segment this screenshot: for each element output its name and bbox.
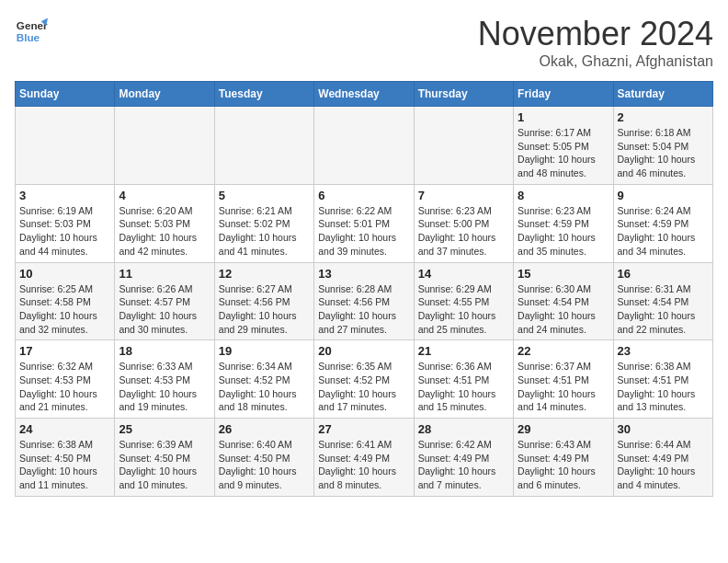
calendar-cell: 22Sunrise: 6:37 AM Sunset: 4:51 PM Dayli…	[514, 340, 613, 419]
calendar-table: SundayMondayTuesdayWednesdayThursdayFrid…	[15, 81, 713, 497]
day-info: Sunrise: 6:39 AM Sunset: 4:50 PM Dayligh…	[119, 438, 210, 492]
day-info: Sunrise: 6:41 AM Sunset: 4:49 PM Dayligh…	[318, 438, 409, 492]
day-number: 2	[618, 110, 709, 124]
page-header: General Blue November 2024 Okak, Ghazni,…	[15, 15, 713, 70]
day-info: Sunrise: 6:38 AM Sunset: 4:50 PM Dayligh…	[19, 438, 110, 492]
weekday-header-sunday: Sunday	[16, 82, 115, 107]
calendar-cell: 18Sunrise: 6:33 AM Sunset: 4:53 PM Dayli…	[115, 340, 214, 419]
day-info: Sunrise: 6:37 AM Sunset: 4:51 PM Dayligh…	[518, 360, 609, 414]
day-info: Sunrise: 6:33 AM Sunset: 4:53 PM Dayligh…	[119, 360, 210, 414]
day-info: Sunrise: 6:26 AM Sunset: 4:57 PM Dayligh…	[119, 282, 210, 337]
day-number: 20	[318, 344, 409, 358]
day-info: Sunrise: 6:24 AM Sunset: 4:59 PM Dayligh…	[618, 204, 709, 259]
calendar-cell: 14Sunrise: 6:29 AM Sunset: 4:55 PM Dayli…	[414, 262, 513, 340]
calendar-cell: 17Sunrise: 6:32 AM Sunset: 4:53 PM Dayli…	[16, 340, 115, 419]
calendar-cell: 28Sunrise: 6:42 AM Sunset: 4:49 PM Dayli…	[414, 419, 513, 497]
calendar-cell: 1Sunrise: 6:17 AM Sunset: 5:05 PM Daylig…	[514, 107, 613, 185]
day-info: Sunrise: 6:32 AM Sunset: 4:53 PM Dayligh…	[19, 360, 110, 414]
day-info: Sunrise: 6:18 AM Sunset: 5:04 PM Dayligh…	[618, 126, 709, 180]
calendar-cell: 4Sunrise: 6:20 AM Sunset: 5:03 PM Daylig…	[115, 184, 214, 262]
calendar-cell	[414, 107, 513, 185]
day-number: 12	[219, 267, 310, 281]
day-number: 1	[518, 110, 609, 124]
calendar-cell	[16, 107, 115, 185]
day-info: Sunrise: 6:35 AM Sunset: 4:52 PM Dayligh…	[318, 360, 409, 414]
day-number: 18	[119, 344, 210, 358]
day-info: Sunrise: 6:34 AM Sunset: 4:52 PM Dayligh…	[219, 360, 310, 414]
calendar-cell: 29Sunrise: 6:43 AM Sunset: 4:49 PM Dayli…	[514, 419, 613, 497]
calendar-cell	[214, 107, 313, 185]
calendar-cell: 21Sunrise: 6:36 AM Sunset: 4:51 PM Dayli…	[414, 340, 513, 419]
calendar-cell: 3Sunrise: 6:19 AM Sunset: 5:03 PM Daylig…	[16, 184, 115, 262]
day-number: 5	[219, 189, 310, 202]
weekday-header-monday: Monday	[115, 82, 214, 107]
day-info: Sunrise: 6:19 AM Sunset: 5:03 PM Dayligh…	[19, 204, 110, 259]
calendar-week-3: 10Sunrise: 6:25 AM Sunset: 4:58 PM Dayli…	[16, 262, 713, 340]
day-number: 30	[618, 422, 709, 436]
day-info: Sunrise: 6:20 AM Sunset: 5:03 PM Dayligh…	[119, 204, 210, 259]
day-info: Sunrise: 6:30 AM Sunset: 4:54 PM Dayligh…	[518, 282, 609, 337]
day-number: 24	[19, 422, 110, 436]
day-number: 16	[618, 267, 709, 281]
title-block: November 2024 Okak, Ghazni, Afghanistan	[478, 15, 713, 70]
day-number: 6	[318, 189, 409, 202]
day-info: Sunrise: 6:25 AM Sunset: 4:58 PM Dayligh…	[19, 282, 110, 337]
calendar-cell: 15Sunrise: 6:30 AM Sunset: 4:54 PM Dayli…	[514, 262, 613, 340]
day-number: 23	[618, 344, 709, 358]
day-info: Sunrise: 6:42 AM Sunset: 4:49 PM Dayligh…	[418, 438, 509, 492]
svg-text:Blue: Blue	[17, 31, 40, 43]
day-number: 14	[418, 267, 509, 281]
calendar-cell: 11Sunrise: 6:26 AM Sunset: 4:57 PM Dayli…	[115, 262, 214, 340]
day-info: Sunrise: 6:28 AM Sunset: 4:56 PM Dayligh…	[318, 282, 409, 337]
day-number: 27	[318, 422, 409, 436]
location-title: Okak, Ghazni, Afghanistan	[478, 53, 713, 70]
day-number: 29	[518, 422, 609, 436]
calendar-cell	[314, 107, 414, 185]
day-number: 21	[418, 344, 509, 358]
calendar-body: 1Sunrise: 6:17 AM Sunset: 5:05 PM Daylig…	[16, 107, 713, 497]
day-info: Sunrise: 6:29 AM Sunset: 4:55 PM Dayligh…	[418, 282, 509, 337]
calendar-cell: 6Sunrise: 6:22 AM Sunset: 5:01 PM Daylig…	[314, 184, 414, 262]
calendar-week-1: 1Sunrise: 6:17 AM Sunset: 5:05 PM Daylig…	[16, 107, 713, 185]
day-number: 19	[219, 344, 310, 358]
day-number: 4	[119, 189, 210, 202]
day-number: 15	[518, 267, 609, 281]
day-info: Sunrise: 6:44 AM Sunset: 4:49 PM Dayligh…	[618, 438, 709, 492]
day-number: 11	[119, 267, 210, 281]
weekday-header-wednesday: Wednesday	[314, 82, 414, 107]
day-number: 26	[219, 422, 310, 436]
calendar-cell: 13Sunrise: 6:28 AM Sunset: 4:56 PM Dayli…	[314, 262, 414, 340]
day-info: Sunrise: 6:21 AM Sunset: 5:02 PM Dayligh…	[219, 204, 310, 259]
calendar-cell: 10Sunrise: 6:25 AM Sunset: 4:58 PM Dayli…	[16, 262, 115, 340]
calendar-cell: 7Sunrise: 6:23 AM Sunset: 5:00 PM Daylig…	[414, 184, 513, 262]
calendar-cell	[115, 107, 214, 185]
day-number: 8	[518, 189, 609, 202]
day-info: Sunrise: 6:31 AM Sunset: 4:54 PM Dayligh…	[618, 282, 709, 337]
day-info: Sunrise: 6:22 AM Sunset: 5:01 PM Dayligh…	[318, 204, 409, 259]
day-info: Sunrise: 6:23 AM Sunset: 4:59 PM Dayligh…	[518, 204, 609, 259]
weekday-header-friday: Friday	[514, 82, 613, 107]
calendar-cell: 5Sunrise: 6:21 AM Sunset: 5:02 PM Daylig…	[214, 184, 313, 262]
calendar-header-row: SundayMondayTuesdayWednesdayThursdayFrid…	[16, 82, 713, 107]
calendar-cell: 8Sunrise: 6:23 AM Sunset: 4:59 PM Daylig…	[514, 184, 613, 262]
day-number: 17	[19, 344, 110, 358]
calendar-cell: 20Sunrise: 6:35 AM Sunset: 4:52 PM Dayli…	[314, 340, 414, 419]
calendar-cell: 26Sunrise: 6:40 AM Sunset: 4:50 PM Dayli…	[214, 419, 313, 497]
day-number: 3	[19, 189, 110, 202]
day-number: 7	[418, 189, 509, 202]
calendar-cell: 9Sunrise: 6:24 AM Sunset: 4:59 PM Daylig…	[613, 184, 712, 262]
weekday-header-saturday: Saturday	[613, 82, 712, 107]
day-info: Sunrise: 6:36 AM Sunset: 4:51 PM Dayligh…	[418, 360, 509, 414]
calendar-week-2: 3Sunrise: 6:19 AM Sunset: 5:03 PM Daylig…	[16, 184, 713, 262]
logo: General Blue	[15, 15, 48, 48]
day-number: 22	[518, 344, 609, 358]
calendar-cell: 25Sunrise: 6:39 AM Sunset: 4:50 PM Dayli…	[115, 419, 214, 497]
calendar-cell: 19Sunrise: 6:34 AM Sunset: 4:52 PM Dayli…	[214, 340, 313, 419]
calendar-cell: 12Sunrise: 6:27 AM Sunset: 4:56 PM Dayli…	[214, 262, 313, 340]
day-number: 28	[418, 422, 509, 436]
day-number: 9	[618, 189, 709, 202]
calendar-cell: 16Sunrise: 6:31 AM Sunset: 4:54 PM Dayli…	[613, 262, 712, 340]
weekday-header-thursday: Thursday	[414, 82, 513, 107]
day-number: 13	[318, 267, 409, 281]
day-number: 10	[19, 267, 110, 281]
